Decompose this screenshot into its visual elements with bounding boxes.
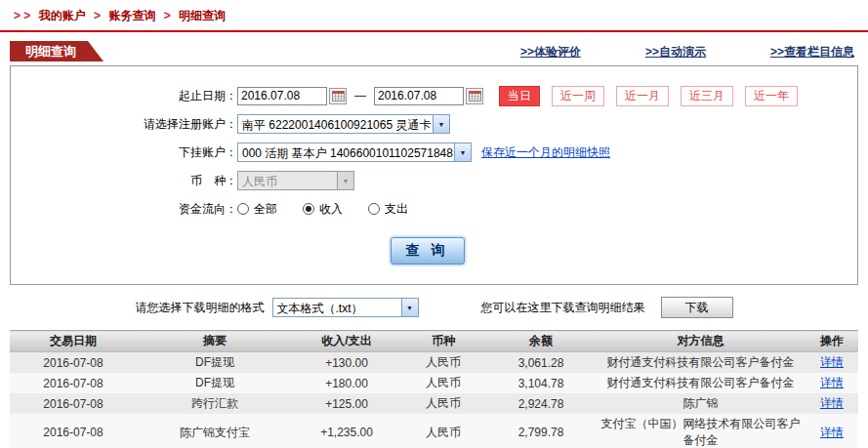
flow-option-expense-label: 支出 xyxy=(385,201,408,218)
breadcrumb-detail-query[interactable]: 明细查询 xyxy=(179,9,226,22)
cell-balance: 2,799.78 xyxy=(486,414,596,448)
header-amount: 收入/支出 xyxy=(293,331,400,352)
sub-account-row: 下挂账户： 000 活期 基本户 1406600101102571848 ▼ 保… xyxy=(11,140,844,165)
header-summary: 摘要 xyxy=(137,331,293,352)
quick-range-buttons: 当日 近一周 近一月 近三月 近一年 xyxy=(499,86,798,106)
currency-value: 人民币 xyxy=(238,172,337,189)
detail-link[interactable]: 详情 xyxy=(820,396,844,410)
query-form-panel: 起止日期： — 当日 近一周 近一月 xyxy=(10,65,858,285)
breadcrumb-prefix: > > xyxy=(14,9,30,22)
breadcrumb-account-query[interactable]: 账务查询 xyxy=(108,9,155,22)
header-date: 交易日期 xyxy=(10,331,137,352)
tab-detail-query: 明细查询 xyxy=(10,41,103,61)
fund-flow-row: 资金流向： 全部 收入 支出 xyxy=(11,196,844,222)
sub-account-select[interactable]: 000 活期 基本户 1406600101102571848 ▼ xyxy=(237,143,472,162)
cell-counterparty: 支付宝（中国）网络技术有限公司客户备付金 xyxy=(596,414,806,448)
cell-amount: +180.00 xyxy=(293,373,400,393)
sub-account-value: 000 活期 基本户 1406600101102571848 xyxy=(238,143,454,161)
cell-currency: 人民币 xyxy=(400,393,486,414)
calendar-to-button[interactable] xyxy=(466,88,483,104)
cell-amount: +125.00 xyxy=(293,393,400,414)
link-view-column-info[interactable]: >>查看栏目信息 xyxy=(770,44,854,61)
download-button[interactable]: 下载 xyxy=(661,297,733,318)
chevron-down-icon: ▼ xyxy=(337,172,353,189)
cell-date: 2016-07-08 xyxy=(10,352,137,374)
download-format-label: 请您选择下载明细的格式 xyxy=(136,300,265,316)
registered-account-label: 请选择注册账户： xyxy=(11,116,237,133)
link-auto-demo[interactable]: >>自动演示 xyxy=(645,44,706,61)
flow-option-all-label: 全部 xyxy=(254,201,277,218)
cell-balance: 2,924.78 xyxy=(486,393,596,414)
range-year-button[interactable]: 近一年 xyxy=(745,86,798,106)
flow-option-income-label: 收入 xyxy=(319,201,343,218)
header-counterparty: 对方信息 xyxy=(596,331,806,352)
breadcrumb-separator: > xyxy=(94,9,101,22)
date-range-label: 起止日期： xyxy=(11,88,237,104)
radio-icon xyxy=(237,203,249,215)
cell-amount: +1,235.00 xyxy=(293,414,400,448)
range-quarter-button[interactable]: 近三月 xyxy=(681,86,733,106)
header-balance: 余额 xyxy=(486,331,596,352)
link-experience-feedback[interactable]: >>体验评价 xyxy=(520,44,581,61)
breadcrumb-separator: > xyxy=(164,9,171,22)
date-range-dash: — xyxy=(354,89,366,102)
chevron-down-icon: ▼ xyxy=(433,115,449,133)
header-links: >>体验评价 >>自动演示 >>查看栏目信息 xyxy=(520,44,854,61)
calendar-icon xyxy=(332,90,345,102)
cell-currency: 人民币 xyxy=(400,373,486,393)
flow-option-income[interactable]: 收入 xyxy=(303,201,343,218)
download-format-value: 文本格式（.txt） xyxy=(273,299,401,316)
download-format-select[interactable]: 文本格式（.txt） ▼ xyxy=(272,298,419,317)
cell-summary: DF提现 xyxy=(137,352,293,374)
cell-currency: 人民币 xyxy=(400,352,486,374)
cell-summary: DF提现 xyxy=(137,373,293,393)
top-red-divider xyxy=(0,30,868,32)
currency-select: 人民币 ▼ xyxy=(237,171,354,190)
range-week-button[interactable]: 近一周 xyxy=(552,86,604,106)
calendar-from-button[interactable] xyxy=(329,88,347,104)
chevron-down-icon: ▼ xyxy=(454,143,471,161)
flow-option-expense[interactable]: 支出 xyxy=(368,201,408,218)
transactions-body: 2016-07-08 DF提现 +130.00 人民币 3,061.28 财付通… xyxy=(10,352,858,448)
calendar-icon xyxy=(469,90,481,102)
cell-date: 2016-07-08 xyxy=(10,414,137,448)
date-to-input[interactable] xyxy=(374,87,464,105)
cell-date: 2016-07-08 xyxy=(10,393,137,414)
cell-summary: 跨行汇款 xyxy=(137,393,293,414)
fund-flow-label: 资金流向： xyxy=(11,201,237,218)
header-action: 操作 xyxy=(806,331,858,352)
transactions-table: 交易日期 摘要 收入/支出 币种 余额 对方信息 操作 2016-07-08 D… xyxy=(10,330,858,448)
query-button-row: 查 询 xyxy=(11,237,844,265)
sub-account-label: 下挂账户： xyxy=(11,144,237,161)
currency-label: 币 种： xyxy=(11,173,237,189)
flow-option-all[interactable]: 全部 xyxy=(237,201,277,218)
query-button[interactable]: 查 询 xyxy=(391,237,465,265)
table-row: 2016-07-08 跨行汇款 +125.00 人民币 2,924.78 陈广锦… xyxy=(10,393,858,414)
radio-icon xyxy=(368,203,380,215)
cell-date: 2016-07-08 xyxy=(10,373,137,393)
cell-balance: 3,061.28 xyxy=(486,352,596,374)
registered-account-row: 请选择注册账户： 南平 6222001406100921065 灵通卡 ▼ xyxy=(11,111,844,137)
currency-row: 币 种： 人民币 ▼ xyxy=(11,168,844,193)
detail-link[interactable]: 详情 xyxy=(820,376,844,389)
cell-balance: 3,104.78 xyxy=(486,373,596,393)
table-row: 2016-07-08 DF提现 +130.00 人民币 3,061.28 财付通… xyxy=(10,352,858,374)
breadcrumb-my-account[interactable]: 我的账户 xyxy=(39,9,86,22)
cell-counterparty: 财付通支付科技有限公司客户备付金 xyxy=(596,352,806,374)
cell-summary: 陈广锦支付宝 xyxy=(137,414,293,448)
header-currency: 币种 xyxy=(400,331,486,352)
snapshot-link[interactable]: 保存近一个月的明细快照 xyxy=(481,144,610,161)
range-today-button[interactable]: 当日 xyxy=(499,86,540,106)
detail-link[interactable]: 详情 xyxy=(820,355,844,369)
range-month-button[interactable]: 近一月 xyxy=(616,86,669,106)
download-hint: 您可以在这里下载查询明细结果 xyxy=(481,300,645,316)
date-from-input[interactable] xyxy=(237,87,327,105)
table-header-row: 交易日期 摘要 收入/支出 币种 余额 对方信息 操作 xyxy=(10,331,858,352)
breadcrumb: > > 我的账户 > 账务查询 > 明细查询 xyxy=(0,0,868,30)
download-row: 请您选择下载明细的格式 文本格式（.txt） ▼ 您可以在这里下载查询明细结果 … xyxy=(0,297,868,318)
registered-account-select[interactable]: 南平 6222001406100921065 灵通卡 ▼ xyxy=(237,114,450,134)
detail-link[interactable]: 详情 xyxy=(820,426,844,439)
table-row: 2016-07-08 陈广锦支付宝 +1,235.00 人民币 2,799.78… xyxy=(10,414,858,448)
cell-currency: 人民币 xyxy=(400,414,486,448)
cell-counterparty: 财付通支付科技有限公司客户备付金 xyxy=(596,373,806,393)
